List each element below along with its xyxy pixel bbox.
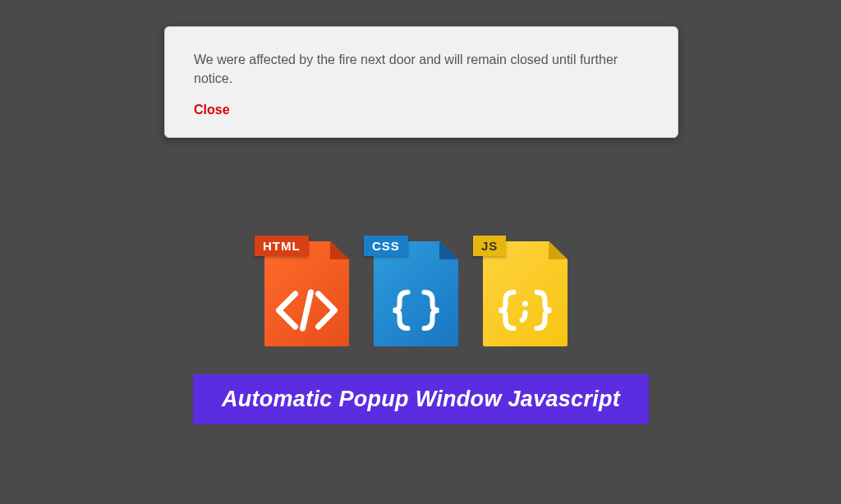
- svg-point-1: [523, 310, 528, 315]
- css-label: CSS: [364, 236, 408, 256]
- svg-point-0: [522, 301, 528, 307]
- title-banner: Automatic Popup Window Javascript: [193, 374, 649, 424]
- js-label: JS: [473, 236, 506, 256]
- popup-message: We were affected by the fire next door a…: [194, 50, 649, 88]
- html-label: HTML: [255, 236, 309, 256]
- js-file-icon: JS: [483, 231, 568, 346]
- html-file-icon: HTML: [264, 231, 349, 346]
- popup-dialog: We were affected by the fire next door a…: [164, 26, 678, 138]
- css-file-icon: CSS: [374, 231, 458, 346]
- curly-braces-semicolon-icon: [483, 286, 568, 335]
- close-button[interactable]: Close: [194, 103, 230, 117]
- code-brackets-icon: [264, 286, 349, 335]
- curly-braces-icon: [374, 286, 458, 335]
- file-icons-row: HTML CSS JS: [264, 231, 568, 346]
